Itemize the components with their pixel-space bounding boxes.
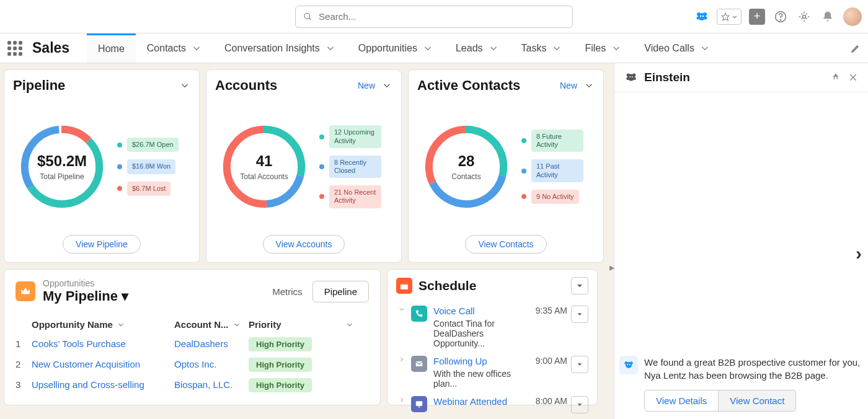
schedule-item-menu[interactable] bbox=[571, 306, 588, 323]
chevron-down-icon bbox=[551, 43, 562, 54]
view-contacts-button[interactable]: View Contacts bbox=[465, 235, 546, 254]
col-account-name[interactable]: Account N... bbox=[174, 319, 249, 330]
chevron-down-icon[interactable] bbox=[396, 306, 407, 313]
svg-point-0 bbox=[304, 13, 310, 19]
account-link[interactable]: Biospan, LLC. bbox=[174, 379, 249, 390]
tab-video-calls[interactable]: Video Calls bbox=[633, 33, 722, 63]
tab-opportunities[interactable]: Opportunities bbox=[347, 33, 445, 63]
pin-icon[interactable] bbox=[831, 73, 841, 82]
metrics-tab[interactable]: Metrics bbox=[272, 286, 302, 297]
accounts-new-link[interactable]: New bbox=[358, 81, 375, 90]
tab-contacts[interactable]: Contacts bbox=[136, 33, 213, 63]
chevron-down-icon bbox=[422, 43, 433, 54]
schedule-item-menu[interactable] bbox=[571, 356, 588, 373]
pipeline-title: Pipeline bbox=[13, 77, 65, 94]
close-icon[interactable] bbox=[848, 73, 858, 82]
priority-badge: High Priority bbox=[249, 337, 312, 351]
legend-item: 12 Upcoming Activity bbox=[319, 125, 381, 148]
pipeline-view-selector[interactable]: My Pipeline ▾ bbox=[43, 288, 128, 304]
svg-point-41 bbox=[624, 361, 627, 364]
einstein-message: We found a great B2B prospective custome… bbox=[619, 356, 863, 412]
priority-badge: High Priority bbox=[249, 378, 312, 392]
tab-leads[interactable]: Leads bbox=[445, 33, 510, 63]
view-details-button[interactable]: View Details bbox=[644, 390, 719, 412]
col-priority[interactable]: Priority bbox=[249, 319, 354, 330]
pipeline-tab[interactable]: Pipeline bbox=[312, 281, 369, 302]
chevron-down-icon bbox=[699, 43, 711, 54]
tab-conv-insights[interactable]: Conversation Insights bbox=[213, 33, 347, 63]
einstein-next[interactable]: › bbox=[856, 243, 862, 264]
schedule-menu-button[interactable] bbox=[571, 277, 588, 294]
svg-marker-27 bbox=[578, 363, 582, 366]
svg-point-44 bbox=[629, 364, 631, 365]
panel-expand-handle[interactable]: ▸ bbox=[609, 262, 614, 273]
opportunity-link[interactable]: Upselling and Cross-selling bbox=[32, 379, 174, 390]
schedule-item-link[interactable]: Voice Call bbox=[433, 306, 525, 316]
chevron-down-icon bbox=[611, 43, 622, 54]
svg-point-35 bbox=[633, 77, 636, 81]
help-button[interactable] bbox=[773, 9, 789, 25]
einstein-avatar-icon bbox=[619, 356, 638, 374]
opportunity-link[interactable]: Cooks' Tools Purchase bbox=[32, 338, 174, 349]
table-header: Opportunity Name Account N... Priority bbox=[16, 315, 369, 333]
col-opportunity-name[interactable]: Opportunity Name bbox=[32, 319, 174, 330]
chevron-down-icon bbox=[488, 43, 499, 54]
svg-point-33 bbox=[632, 74, 636, 77]
schedule-item-link[interactable]: Webinar Attended bbox=[433, 396, 525, 407]
svg-point-5 bbox=[697, 16, 700, 19]
svg-marker-24 bbox=[577, 284, 582, 288]
edit-nav-button[interactable] bbox=[843, 43, 868, 53]
legend-item: $6.7M Lost bbox=[117, 182, 179, 196]
view-contact-button[interactable]: View Contact bbox=[719, 390, 796, 412]
chevron-right-icon[interactable] bbox=[396, 396, 407, 404]
svg-line-1 bbox=[309, 17, 311, 19]
settings-button[interactable] bbox=[796, 9, 812, 25]
global-header: + bbox=[0, 0, 868, 33]
chevron-right-icon[interactable] bbox=[396, 356, 407, 363]
opportunity-link[interactable]: New Customer Acquisition bbox=[32, 359, 174, 369]
favorites-button[interactable] bbox=[717, 9, 742, 25]
legend-item: 21 No Recent Activity bbox=[319, 185, 381, 208]
contacts-donut: 28 Contacts bbox=[417, 118, 515, 216]
tab-files[interactable]: Files bbox=[574, 33, 633, 63]
view-pipeline-button[interactable]: View Pipeline bbox=[63, 235, 141, 254]
svg-point-11 bbox=[780, 19, 781, 20]
tab-home[interactable]: Home bbox=[87, 33, 136, 63]
contacts-title: Active Contacts bbox=[417, 77, 520, 94]
chevron-down-icon[interactable] bbox=[381, 80, 392, 91]
global-search[interactable] bbox=[295, 6, 573, 28]
table-row: 1 Cooks' Tools Purchase DealDashers High… bbox=[16, 333, 369, 354]
accounts-donut: 41 Total Accounts bbox=[215, 118, 313, 216]
tab-tasks[interactable]: Tasks bbox=[510, 33, 574, 63]
view-accounts-button[interactable]: View Accounts bbox=[263, 235, 345, 254]
einstein-icon[interactable] bbox=[694, 9, 709, 24]
svg-point-7 bbox=[700, 15, 701, 16]
svg-marker-30 bbox=[578, 404, 582, 406]
account-link[interactable]: DealDashers bbox=[174, 338, 249, 349]
crown-icon bbox=[16, 281, 35, 301]
svg-point-6 bbox=[704, 16, 707, 19]
svg-point-3 bbox=[697, 12, 701, 16]
svg-point-34 bbox=[626, 77, 629, 81]
notifications-button[interactable] bbox=[820, 9, 836, 25]
schedule-item-menu[interactable] bbox=[571, 396, 588, 413]
svg-point-43 bbox=[627, 364, 628, 365]
svg-point-36 bbox=[629, 76, 631, 77]
legend-item: 8 Future Activity bbox=[521, 130, 583, 152]
account-link[interactable]: Optos Inc. bbox=[174, 359, 249, 369]
schedule-item-link[interactable]: Following Up bbox=[433, 356, 525, 366]
user-avatar[interactable] bbox=[843, 7, 862, 26]
chevron-down-icon bbox=[325, 43, 336, 54]
chevron-down-icon[interactable] bbox=[179, 80, 190, 91]
pipeline-donut: $50.2M Total Pipeline bbox=[13, 118, 111, 216]
legend-item: 8 Recently Closed bbox=[319, 156, 381, 178]
chevron-down-icon bbox=[117, 320, 125, 329]
schedule-item: Voice Call Contact Tina for DealDashers … bbox=[396, 302, 588, 352]
svg-marker-25 bbox=[578, 313, 582, 315]
global-create-button[interactable]: + bbox=[749, 9, 765, 25]
contacts-new-link[interactable]: New bbox=[560, 81, 577, 90]
svg-point-12 bbox=[803, 15, 806, 18]
app-launcher-icon[interactable] bbox=[7, 41, 22, 56]
search-input[interactable] bbox=[319, 11, 565, 22]
chevron-down-icon[interactable] bbox=[583, 80, 595, 91]
